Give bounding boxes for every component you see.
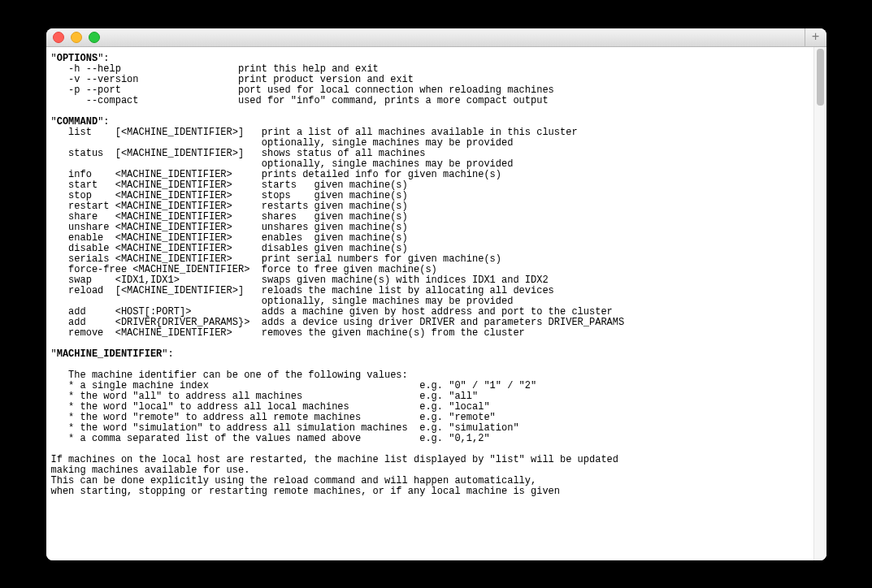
command-row: stop <MACHINE_IDENTIFIER> stops given ma… (51, 190, 408, 201)
terminal-content: "OPTIONS": -h --help print this help and… (46, 47, 826, 560)
option-row: -v --version print product version and e… (51, 74, 414, 85)
close-icon[interactable] (53, 32, 64, 43)
command-row: status [<MACHINE_IDENTIFIER>] shows stat… (51, 148, 426, 159)
mid-row: * a single machine index e.g. "0" / "1" … (51, 380, 537, 391)
option-row: -p --port port used for local connection… (51, 84, 554, 96)
options-heading: OPTIONS (57, 53, 98, 64)
footer-line: This can be done explicitly using the re… (51, 475, 537, 486)
mid-row: * the word "simulation" to address all s… (51, 422, 519, 434)
machine-identifier-heading: MACHINE_IDENTIFIER (57, 348, 163, 360)
option-row: -h --help print this help and exit (51, 63, 379, 75)
command-row: optionally, single machines may be provi… (51, 137, 514, 149)
mid-intro: The machine identifier can be one of the… (51, 370, 408, 381)
option-row: --compact used for "info" command, print… (51, 95, 549, 106)
terminal-window: + "OPTIONS": -h --help print this help a… (46, 28, 826, 560)
footer-line: making machines available for use. (51, 465, 250, 476)
command-row: optionally, single machines may be provi… (51, 158, 514, 170)
command-row: enable <MACHINE_IDENTIFIER> enables give… (51, 232, 408, 244)
command-row: share <MACHINE_IDENTIFIER> shares given … (51, 211, 408, 223)
command-row: start <MACHINE_IDENTIFIER> starts given … (51, 179, 408, 191)
command-row: unshare <MACHINE_IDENTIFIER> unshares gi… (51, 222, 408, 233)
command-row: serials <MACHINE_IDENTIFIER> print seria… (51, 253, 502, 265)
mid-row: * a comma separated list of the values n… (51, 433, 490, 444)
footer-line: If machines on the local host are restar… (51, 454, 619, 465)
new-tab-button[interactable]: + (805, 28, 826, 46)
maximize-icon[interactable] (89, 32, 100, 43)
command-row: reload [<MACHINE_IDENTIFIER>] reloads th… (51, 285, 554, 296)
mid-row: * the word "all" to address all machines… (51, 391, 479, 402)
command-row: info <MACHINE_IDENTIFIER> prints detaile… (51, 169, 502, 180)
footer-line: when starting, stopping or restarting re… (51, 486, 561, 497)
command-row: remove <MACHINE_IDENTIFIER> removes the … (51, 327, 525, 339)
command-row: add <DRIVER{DRIVER_PARAMS}> adds a devic… (51, 317, 625, 328)
mid-row: * the word "local" to address all local … (51, 401, 490, 413)
scroll-thumb[interactable] (817, 49, 824, 106)
command-row: list [<MACHINE_IDENTIFIER>] print a list… (51, 127, 578, 138)
mid-row: * the word "remote" to address all remot… (51, 412, 496, 423)
traffic-lights (53, 32, 100, 43)
minimize-icon[interactable] (71, 32, 82, 43)
command-heading: COMMAND (57, 116, 98, 128)
command-row: disable <MACHINE_IDENTIFIER> disables gi… (51, 243, 408, 254)
command-row: swap <IDX1,IDX1> swaps given machine(s) … (51, 275, 549, 286)
command-row: add <HOST[:PORT]> adds a machine given b… (51, 306, 613, 318)
command-row: restart <MACHINE_IDENTIFIER> restarts gi… (51, 201, 408, 212)
scrollbar[interactable] (813, 47, 826, 560)
command-row: optionally, single machines may be provi… (51, 296, 514, 307)
window-titlebar: + (46, 28, 826, 47)
command-row: force-free <MACHINE_IDENTIFIER> force to… (51, 264, 437, 275)
